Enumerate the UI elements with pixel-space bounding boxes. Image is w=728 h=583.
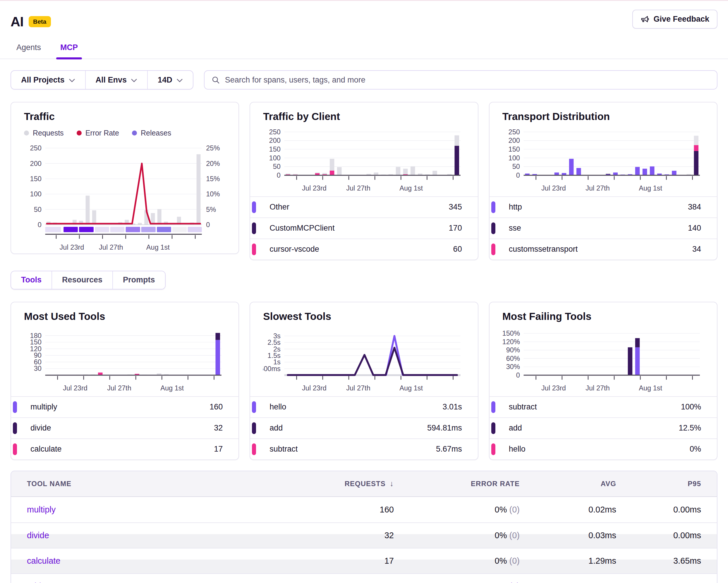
error-count[interactable]: (2) xyxy=(510,582,520,583)
series-value: 12.5% xyxy=(679,424,701,433)
mcp-subtabs: ToolsResourcesPrompts xyxy=(10,271,165,289)
svg-text:150%: 150% xyxy=(502,330,520,337)
legend-row-Other[interactable]: Other345 xyxy=(250,196,477,218)
app-logo: AI xyxy=(10,14,23,30)
legend-row-multiply[interactable]: multiply160 xyxy=(11,396,238,417)
series-value: 384 xyxy=(688,203,701,211)
svg-text:90: 90 xyxy=(34,352,42,359)
svg-text:50: 50 xyxy=(34,206,42,213)
subtab-tools[interactable]: Tools xyxy=(11,271,52,289)
search-input[interactable] xyxy=(225,76,710,84)
series-swatch-icon xyxy=(252,244,256,255)
tab-agents[interactable]: Agents xyxy=(17,43,41,58)
series-swatch-icon xyxy=(252,201,256,213)
card-title-used: Most Used Tools xyxy=(24,310,226,322)
column-header-p95[interactable]: P95 xyxy=(632,480,717,488)
series-swatch-icon xyxy=(252,223,256,234)
give-feedback-label: Give Feedback xyxy=(653,15,709,24)
svg-text:100: 100 xyxy=(508,154,520,162)
series-value: 17 xyxy=(214,445,223,454)
svg-text:90%: 90% xyxy=(506,346,520,354)
column-header-requests[interactable]: Requests ↓ xyxy=(313,479,410,488)
project-filter[interactable]: All Projects xyxy=(11,71,85,89)
legend-label: Releases xyxy=(141,129,171,137)
series-label: customssetransport xyxy=(509,245,578,254)
column-header-tool-name[interactable]: Tool Name xyxy=(11,480,313,488)
charts-row-1: TrafficRequestsError RateReleases0501001… xyxy=(10,102,718,260)
column-header-avg[interactable]: Avg xyxy=(536,480,632,488)
series-swatch-icon xyxy=(252,422,256,434)
give-feedback-button[interactable]: Give Feedback xyxy=(632,10,718,29)
series-swatch-icon xyxy=(491,244,495,255)
svg-text:50: 50 xyxy=(512,163,520,170)
legend-row-add[interactable]: add594.81ms xyxy=(250,417,477,438)
subtab-resources[interactable]: Resources xyxy=(52,271,112,289)
series-swatch-icon xyxy=(491,443,495,455)
main-tabs: AgentsMCP xyxy=(0,30,728,59)
legend-row-calculate[interactable]: calculate17 xyxy=(11,438,238,459)
legend-item[interactable]: Requests xyxy=(24,129,64,137)
logo-row: AI Beta xyxy=(10,10,51,30)
search-bar[interactable] xyxy=(204,70,718,90)
legend-dot-icon xyxy=(24,130,29,135)
sort-desc-icon: ↓ xyxy=(387,479,394,488)
svg-text:25%: 25% xyxy=(206,144,220,152)
tab-mcp[interactable]: MCP xyxy=(60,43,78,58)
series-label: subtract xyxy=(269,445,297,454)
table-row-divide[interactable]: divide320% (0)0.03ms0.00ms xyxy=(11,523,717,548)
traffic-legend: RequestsError RateReleases xyxy=(24,129,226,137)
legend-row-hello[interactable]: hello3.01s xyxy=(250,396,477,417)
table-row-calculate[interactable]: calculate170% (0)1.29ms3.65ms xyxy=(11,548,717,573)
legend-row-subtract[interactable]: subtract100% xyxy=(490,396,717,417)
svg-text:Aug 1st: Aug 1st xyxy=(146,244,170,251)
series-label: subtract xyxy=(509,402,537,411)
svg-text:Jul 27th: Jul 27th xyxy=(586,184,610,192)
tool-link-calculate[interactable]: calculate xyxy=(27,556,60,565)
series-label: multiply xyxy=(30,402,57,411)
svg-text:100: 100 xyxy=(269,154,281,162)
series-value: 3.01s xyxy=(443,402,462,411)
cell-error-rate: 12.5% (2) xyxy=(410,582,536,583)
card-failing: Most Failing Tools030%60%90%120%150%Jul … xyxy=(489,302,718,460)
tool-link-divide[interactable]: divide xyxy=(27,531,49,540)
legend-item[interactable]: Error Rate xyxy=(77,129,119,137)
table-row-multiply[interactable]: multiply1600% (0)0.02ms0.00ms xyxy=(11,497,717,523)
series-label: CustomMCPClient xyxy=(269,224,334,233)
card-slowest: Slowest Tools500ms1s1.5s2s2.5s3sJul 23rd… xyxy=(250,302,478,460)
svg-text:1s: 1s xyxy=(273,358,281,366)
svg-text:20%: 20% xyxy=(206,160,220,168)
legend-row-hello[interactable]: hello0% xyxy=(490,438,717,459)
legend-row-add[interactable]: add12.5% xyxy=(490,417,717,438)
legend-row-CustomMCPClient[interactable]: CustomMCPClient170 xyxy=(250,218,477,238)
column-header-error-rate[interactable]: Error Rate xyxy=(410,480,536,488)
legend-row-divide[interactable]: divide32 xyxy=(11,417,238,438)
legend-row-http[interactable]: http384 xyxy=(490,196,717,218)
series-label: cursor-vscode xyxy=(269,245,319,254)
cell-error-rate: 0% (0) xyxy=(410,556,536,566)
svg-text:30: 30 xyxy=(34,365,42,372)
legend-row-sse[interactable]: sse140 xyxy=(490,218,717,238)
env-filter[interactable]: All Envs xyxy=(85,71,148,89)
svg-text:Aug 1st: Aug 1st xyxy=(400,184,423,192)
megaphone-icon xyxy=(641,15,649,24)
tool-link-multiply[interactable]: multiply xyxy=(27,505,56,514)
svg-text:Jul 27th: Jul 27th xyxy=(107,384,131,392)
subtab-prompts[interactable]: Prompts xyxy=(112,271,165,289)
date-range-filter[interactable]: 14D xyxy=(147,71,193,89)
svg-text:Aug 1st: Aug 1st xyxy=(639,184,662,192)
svg-text:0: 0 xyxy=(277,172,281,179)
legend-item[interactable]: Releases xyxy=(132,129,171,137)
chevron-down-icon xyxy=(69,76,75,84)
svg-text:30%: 30% xyxy=(506,363,520,371)
series-value: 170 xyxy=(449,224,462,233)
legend-dot-icon xyxy=(77,130,82,135)
table-row-add[interactable]: add1612.5% (2)594.81ms3.16s xyxy=(11,573,717,583)
card-traffic: TrafficRequestsError RateReleases0501001… xyxy=(10,102,239,254)
chevron-down-icon xyxy=(177,76,183,84)
tool-link-add[interactable]: add xyxy=(27,582,41,583)
legend-row-customssetransport[interactable]: customssetransport34 xyxy=(490,238,717,260)
legend-row-subtract[interactable]: subtract5.67ms xyxy=(250,438,477,459)
legend-row-cursor-vscode[interactable]: cursor-vscode60 xyxy=(250,238,477,260)
svg-text:100: 100 xyxy=(30,190,42,198)
series-label: divide xyxy=(30,424,51,433)
